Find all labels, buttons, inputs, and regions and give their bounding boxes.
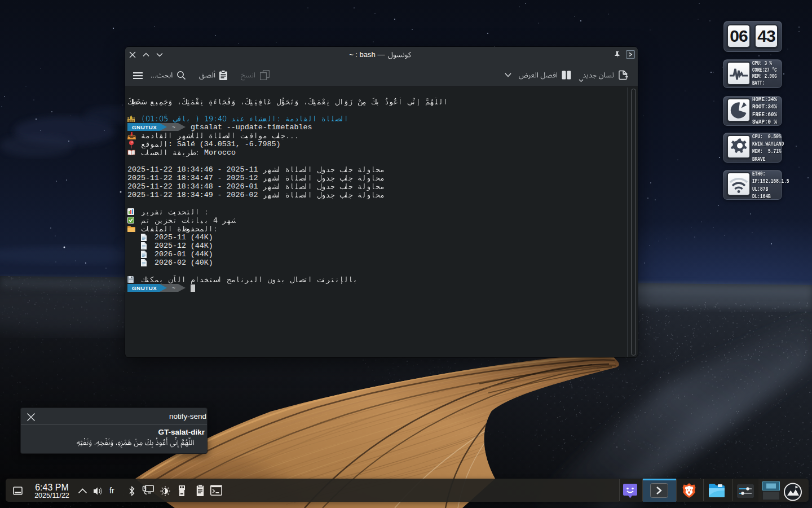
svg-text:~: ~ bbox=[172, 125, 175, 131]
svg-text:GNUTUX: GNUTUX bbox=[132, 124, 157, 130]
svg-text:GNUTUX: GNUTUX bbox=[132, 285, 157, 291]
svg-text:~: ~ bbox=[172, 286, 175, 292]
